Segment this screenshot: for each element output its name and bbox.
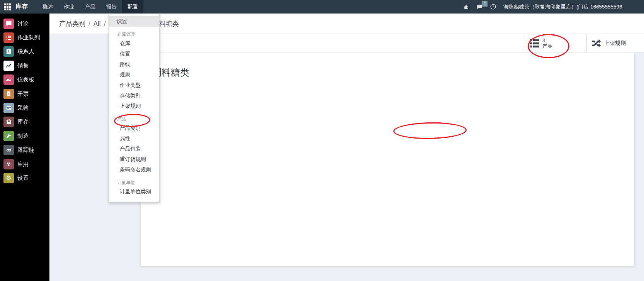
sidebar-item-manufacture[interactable]: 制造 (0, 129, 49, 143)
sidebar-item-label: 设置 (17, 174, 29, 182)
queue-icon (3, 32, 14, 43)
sidebar-item-queue[interactable]: 作业队列 (0, 30, 49, 44)
menu-operations[interactable]: 作业 (58, 0, 80, 14)
menu-item-条码命名规则[interactable]: 条码命名规则 (109, 164, 159, 175)
menu-item-设置[interactable]: 设置 (109, 16, 159, 27)
sidebar-item-apps[interactable]: 应用 (0, 157, 49, 171)
button-separator (586, 34, 587, 52)
company-user-menu[interactable]: 海峡姐妹茶（歌笛湖印象里店）(门店-16655555596 (503, 3, 622, 10)
breadcrumb-product-category[interactable]: 产品类别 (59, 19, 85, 28)
sidebar-item-sales[interactable]: 销售 (0, 59, 49, 73)
purchase-icon (3, 103, 14, 113)
chat-icon (3, 19, 14, 29)
button-box (141, 34, 644, 52)
chain-icon (3, 145, 14, 155)
sidebar-item-inventory[interactable]: 库存 (0, 115, 49, 129)
menu-item-路线[interactable]: 路线 (109, 59, 159, 69)
sidebar-item-label: 仪表板 (17, 76, 34, 83)
sidebar-item-label: 联系人 (17, 48, 34, 55)
menu-item-产品包装[interactable]: 产品包装 (109, 144, 159, 154)
menu-section-header: 计量单位 (109, 179, 159, 186)
form-sheet (141, 52, 634, 266)
sidebar-item-chat[interactable]: 讨论 (0, 17, 49, 30)
products-label: 产品 (542, 43, 552, 49)
products-smart-button[interactable]: 3 产品 (530, 34, 552, 52)
sidebar-item-dashboard[interactable]: 仪表板 (0, 73, 49, 87)
menu-item-计量单位类别[interactable]: 计量单位类别 (109, 186, 159, 197)
menu-item-存储类别[interactable]: 存储类别 (109, 90, 159, 101)
button-separator (523, 34, 523, 52)
apps-grid-icon[interactable] (4, 3, 11, 10)
sidebar-item-gear[interactable]: ⚙设置 (0, 171, 49, 185)
apps-icon (3, 159, 14, 169)
sales-icon (3, 61, 14, 71)
menu-section-header: 产品 (109, 115, 159, 123)
menu-overview[interactable]: 概述 (37, 0, 58, 14)
svg-text:$: $ (8, 93, 10, 96)
sidebar-item-label: 跟踪链 (17, 146, 34, 154)
sidebar-item-contacts[interactable]: 联系人 (0, 45, 49, 59)
configuration-dropdown: 设置仓库管理仓库位置路线规则作业类型存储类别上架规则产品产品类别属性产品包装重订… (109, 14, 160, 203)
shuffle-icon (592, 39, 601, 47)
putaway-rules-label: 上架规则 (604, 40, 626, 47)
debug-bug-icon[interactable] (463, 4, 469, 10)
menu-configuration[interactable]: 配置 (122, 0, 143, 14)
inventory-icon (3, 117, 14, 127)
current-app-name[interactable]: 库存 (15, 3, 28, 11)
sidebar-item-purchase[interactable]: 采购 (0, 101, 49, 115)
breadcrumb-all[interactable]: All (93, 20, 101, 28)
sidebar-item-label: 采购 (17, 104, 29, 112)
menu-item-属性[interactable]: 属性 (109, 133, 159, 144)
message-count-badge: 1 (482, 1, 488, 7)
sidebar-item-invoice[interactable]: $开票 (0, 87, 49, 101)
activities-clock-icon[interactable] (490, 3, 496, 10)
product-list-icon (530, 39, 539, 47)
contacts-icon (3, 46, 14, 57)
menu-item-上架规则[interactable]: 上架规则 (109, 101, 159, 111)
messages-icon[interactable]: 1 (476, 4, 483, 10)
menu-reporting[interactable]: 报告 (101, 0, 122, 14)
menu-item-产品类别[interactable]: 产品类别 (109, 123, 159, 133)
sidebar-item-label: 制造 (17, 132, 29, 140)
apps-sidebar: 讨论作业队列联系人销售仪表板$开票采购库存制造跟踪链应用⚙设置 (0, 14, 49, 281)
top-navbar: 库存 概述 作业 产品 报告 配置 1 海峡姐妹茶（歌笛湖印象里店）(门店-16… (0, 0, 644, 14)
invoice-icon: $ (3, 89, 14, 99)
menu-item-重订货规则[interactable]: 重订货规则 (109, 154, 159, 164)
sidebar-item-label: 销售 (17, 62, 29, 69)
menu-item-仓库[interactable]: 仓库 (109, 38, 159, 49)
menu-section-header: 仓库管理 (109, 30, 159, 38)
menu-item-规则[interactable]: 规则 (109, 69, 159, 80)
sidebar-item-label: 应用 (17, 161, 29, 168)
page: 库存 概述 作业 产品 报告 配置 1 海峡姐妹茶（歌笛湖印象里店）(门店-16… (0, 0, 644, 281)
app-menu: 概述 作业 产品 报告 配置 (37, 0, 143, 14)
sidebar-item-label: 讨论 (17, 20, 29, 27)
dashboard-icon (3, 74, 14, 85)
menu-products[interactable]: 产品 (80, 0, 101, 14)
manufacture-icon (3, 131, 14, 141)
menu-item-作业类型[interactable]: 作业类型 (109, 80, 159, 90)
sidebar-item-chain[interactable]: 跟踪链 (0, 143, 49, 157)
sidebar-item-label: 开票 (17, 90, 29, 98)
menu-item-位置[interactable]: 位置 (109, 49, 159, 59)
putaway-rules-smart-button[interactable]: 上架规则 (592, 34, 626, 52)
sidebar-item-label: 库存 (17, 118, 29, 125)
gear-icon: ⚙ (3, 173, 14, 183)
products-count: 3 (542, 37, 552, 43)
navbar-right: 1 海峡姐妹茶（歌笛湖印象里店）(门店-16655555596 (463, 0, 622, 14)
sidebar-item-label: 作业队列 (17, 34, 40, 41)
